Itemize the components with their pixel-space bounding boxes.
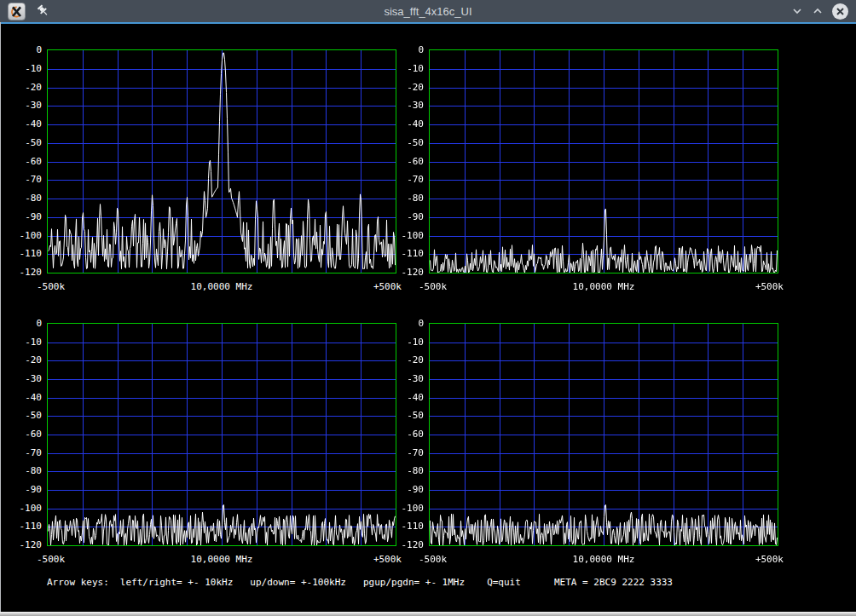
y-tick-label: -40 (8, 118, 42, 130)
chevron-up-icon (812, 5, 824, 17)
y-tick-label: -20 (8, 354, 42, 366)
y-tick-label: -80 (390, 465, 424, 476)
window-left-border (0, 22, 1, 616)
y-tick-label: -30 (390, 100, 424, 111)
y-tick-label: -110 (390, 521, 424, 532)
y-tick-label: -70 (390, 174, 424, 185)
help-arrow-keys: Arrow keys: (47, 577, 109, 588)
y-tick-label: -40 (390, 118, 424, 130)
y-tick-label: -20 (390, 82, 424, 93)
x-tick-label-right: +500k (430, 281, 784, 292)
y-tick-label: -60 (390, 156, 424, 167)
minimize-button[interactable] (791, 5, 803, 17)
y-tick-label: -30 (8, 100, 42, 111)
y-tick-label: -50 (8, 410, 42, 421)
y-tick-label: -100 (8, 503, 42, 514)
help-left-right: left/right= +- 10kHz (120, 577, 233, 588)
y-tick-label: -120 (8, 539, 42, 550)
y-tick-label: -90 (390, 211, 424, 222)
y-tick-label: -110 (8, 248, 42, 259)
y-tick-label: -120 (8, 267, 42, 278)
y-tick-label: -100 (390, 503, 424, 514)
help-up-down: up/down= +-100kHz (250, 577, 346, 588)
app-window: sisa_fft_4x16c_UI Arrow (0, 0, 856, 616)
y-tick-label: -80 (390, 193, 424, 204)
y-tick-label: -110 (390, 248, 424, 259)
y-tick-label: -70 (8, 447, 42, 458)
maximize-button[interactable] (812, 5, 824, 17)
y-tick-label: -60 (390, 429, 424, 440)
pin-icon[interactable] (36, 3, 51, 19)
help-pgup-pgdn: pgup/pgdn= +- 1MHz (363, 577, 465, 588)
y-tick-label: -120 (390, 267, 424, 278)
x-tick-label-right: +500k (48, 281, 402, 292)
y-tick-label: -110 (8, 521, 42, 532)
y-tick-label: -20 (8, 82, 42, 93)
y-tick-label: -10 (8, 63, 42, 74)
y-tick-label: -40 (8, 392, 42, 403)
chevron-down-icon (791, 5, 803, 17)
y-tick-label: -100 (390, 230, 424, 241)
y-tick-label: -90 (8, 211, 42, 222)
y-tick-label: -80 (8, 193, 42, 204)
y-tick-label: -120 (390, 539, 424, 550)
y-tick-label: -30 (8, 373, 42, 384)
y-tick-label: 0 (390, 44, 424, 55)
x11-logo-icon (10, 5, 23, 18)
x-tick-label-right: +500k (48, 554, 402, 565)
y-tick-label: 0 (390, 318, 424, 329)
y-tick-label: -80 (8, 465, 42, 476)
y-tick-label: -70 (390, 447, 424, 458)
window-resize-grip[interactable] (0, 612, 856, 616)
help-bar: Arrow keys: left/right= +- 10kHz up/down… (47, 577, 673, 588)
spectrum-canvas-top-left (47, 49, 396, 273)
y-tick-label: -50 (390, 137, 424, 148)
close-icon (832, 3, 848, 20)
window-title: sisa_fft_4x16c_UI (0, 5, 856, 18)
y-tick-label: 0 (8, 44, 42, 55)
y-tick-label: -50 (8, 137, 42, 148)
y-tick-label: -40 (390, 392, 424, 403)
y-tick-label: -70 (8, 174, 42, 185)
app-menu-button[interactable] (8, 3, 26, 20)
titlebar[interactable]: sisa_fft_4x16c_UI (0, 0, 856, 22)
y-tick-label: -20 (390, 354, 424, 366)
spectrum-canvas-top-right (429, 49, 778, 273)
x-tick-label-right: +500k (430, 554, 784, 565)
y-tick-label: -90 (8, 484, 42, 495)
y-tick-label: -30 (390, 373, 424, 384)
meta-status: META = 2BC9 2222 3333 (554, 577, 673, 588)
y-tick-label: -100 (8, 230, 42, 241)
y-tick-label: -10 (390, 63, 424, 74)
y-tick-label: -10 (8, 337, 42, 348)
y-tick-label: -10 (390, 337, 424, 348)
help-quit: Q=quit (487, 577, 521, 588)
y-tick-label: -60 (8, 156, 42, 167)
content-area: Arrow keys: left/right= +- 10kHz up/down… (0, 24, 856, 612)
y-tick-label: -90 (390, 484, 424, 495)
close-button[interactable] (832, 3, 848, 20)
y-tick-label: -50 (390, 410, 424, 421)
y-tick-label: -60 (8, 429, 42, 440)
y-tick-label: 0 (8, 318, 42, 329)
spectrum-canvas-bottom-right (429, 323, 778, 546)
spectrum-canvas-bottom-left (47, 323, 396, 546)
